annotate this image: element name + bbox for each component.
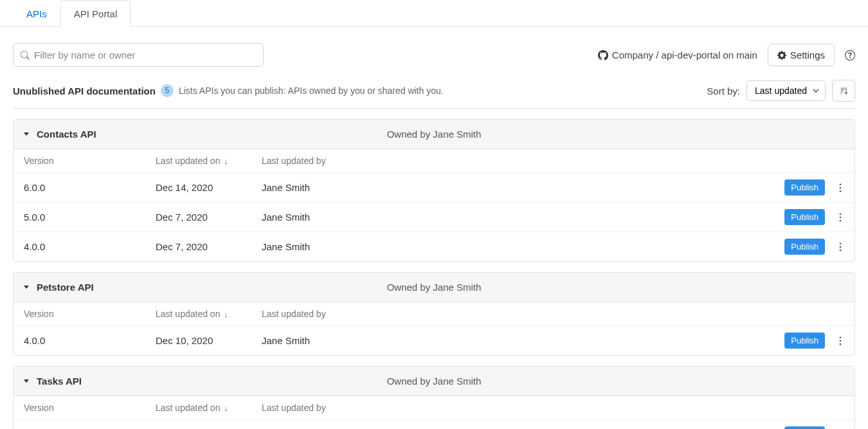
more-actions-button[interactable] [836, 210, 844, 224]
svg-point-10 [840, 340, 842, 342]
cell-updated-by: Jane Smith [262, 182, 761, 193]
toolbar-right: Company / api-dev-portal on main Setting… [598, 44, 855, 66]
cell-updated-on: Dec 7, 2020 [156, 212, 262, 223]
group-header[interactable]: Petstore APIOwned by Jane Smith [14, 273, 854, 302]
cell-updated-on: Dec 14, 2020 [156, 182, 262, 193]
more-actions-button[interactable] [836, 334, 844, 348]
sort-direction-button[interactable] [832, 80, 855, 102]
table-header: VersionLast updated on ↓Last updated by [14, 149, 854, 173]
arrow-down-icon: ↓ [224, 156, 228, 166]
more-vertical-icon [839, 336, 842, 345]
cell-version: 6.0.0 [24, 182, 156, 193]
svg-point-9 [840, 336, 842, 338]
group-owner: Owned by Jane Smith [387, 282, 482, 293]
svg-point-5 [840, 219, 842, 221]
tab-bar: APIs API Portal [0, 0, 868, 27]
filter-wrap [13, 43, 264, 67]
repo-text: Company / api-dev-portal on main [612, 50, 757, 60]
toolbar: Company / api-dev-portal on main Setting… [13, 43, 855, 67]
sort-select[interactable]: Last updated [746, 80, 826, 101]
svg-point-8 [840, 249, 842, 251]
col-header-updated-on[interactable]: Last updated on ↓ [156, 309, 262, 319]
cell-updated-by: Jane Smith [262, 212, 761, 223]
arrow-down-icon: ↓ [224, 309, 228, 319]
svg-point-11 [840, 343, 842, 345]
publish-button[interactable]: Publish [784, 239, 825, 255]
caret-down-icon [24, 132, 29, 136]
sort-descending-icon [839, 86, 848, 95]
col-header-updated-by[interactable]: Last updated by [262, 156, 761, 166]
section-right: Sort by: Last updated [707, 80, 855, 102]
cell-version: 5.0.0 [24, 212, 156, 223]
col-header-updated-by[interactable]: Last updated by [262, 403, 761, 413]
publish-button[interactable]: Publish [784, 209, 825, 225]
section-left: Unublished API documentation 5 Lists API… [13, 84, 444, 97]
table-header: VersionLast updated on ↓Last updated by [14, 396, 854, 420]
table-row: 4.0.0Dec 7, 2020Jane SmithPublish [14, 232, 854, 261]
group-owner: Owned by Jane Smith [387, 376, 482, 387]
sort-select-wrap: Last updated [746, 80, 826, 101]
group-name: Petstore API [37, 282, 94, 293]
settings-label: Settings [790, 50, 825, 60]
group-header[interactable]: Contacts APIOwned by Jane Smith [14, 120, 854, 149]
publish-button[interactable]: Publish [784, 426, 825, 429]
svg-point-2 [840, 190, 842, 192]
col-header-version[interactable]: Version [24, 403, 156, 413]
col-header-updated-by[interactable]: Last updated by [262, 309, 761, 319]
table-header: VersionLast updated on ↓Last updated by [14, 302, 854, 326]
cell-updated-by: Jane Smith [262, 241, 761, 252]
svg-point-1 [840, 187, 842, 188]
tab-api-portal[interactable]: API Portal [60, 0, 131, 27]
arrow-down-icon: ↓ [224, 403, 228, 413]
col-header-version[interactable]: Version [24, 309, 156, 319]
section-header: Unublished API documentation 5 Lists API… [13, 80, 855, 109]
svg-point-0 [840, 183, 842, 185]
publish-button[interactable]: Publish [784, 333, 825, 349]
table-row: 6.0.0Dec 14, 2020Jane SmithPublish [14, 173, 854, 203]
sort-label: Sort by: [707, 86, 740, 96]
table-row: 4.0.0Dec 8, 2020Jane SmithPublish [14, 420, 854, 429]
tab-apis[interactable]: APIs [13, 0, 60, 27]
caret-down-icon [24, 286, 29, 289]
count-badge: 5 [161, 84, 174, 97]
table-row: 4.0.0Dec 10, 2020Jane SmithPublish [14, 326, 854, 355]
table-row: 5.0.0Dec 7, 2020Jane SmithPublish [14, 203, 854, 232]
svg-point-7 [840, 246, 842, 248]
cell-updated-by: Jane Smith [262, 335, 761, 346]
col-header-updated-on[interactable]: Last updated on ↓ [156, 156, 262, 166]
filter-input[interactable] [13, 43, 264, 67]
repo-info: Company / api-dev-portal on main [598, 50, 757, 60]
api-group: Tasks APIOwned by Jane SmithVersionLast … [13, 366, 855, 429]
svg-point-6 [840, 242, 842, 244]
github-icon [598, 50, 608, 60]
more-vertical-icon [839, 183, 842, 192]
group-header[interactable]: Tasks APIOwned by Jane Smith [14, 367, 854, 396]
svg-point-3 [840, 213, 842, 215]
col-header-version[interactable]: Version [24, 156, 156, 166]
api-group: Contacts APIOwned by Jane SmithVersionLa… [13, 119, 855, 262]
section-title: Unublished API documentation [13, 86, 156, 96]
cell-version: 4.0.0 [24, 241, 156, 252]
help-icon[interactable] [845, 50, 855, 60]
more-vertical-icon [839, 242, 842, 251]
section-description: Lists APIs you can publish: APIs owned b… [179, 86, 444, 96]
api-group: Petstore APIOwned by Jane SmithVersionLa… [13, 272, 855, 356]
more-actions-button[interactable] [836, 240, 844, 254]
group-name: Contacts API [37, 129, 96, 140]
group-owner: Owned by Jane Smith [387, 129, 482, 140]
cell-updated-on: Dec 7, 2020 [156, 241, 262, 252]
col-header-updated-on[interactable]: Last updated on ↓ [156, 403, 262, 413]
more-actions-button[interactable] [836, 181, 844, 195]
more-vertical-icon [839, 213, 842, 222]
caret-down-icon [24, 379, 29, 383]
settings-button[interactable]: Settings [768, 44, 835, 66]
cell-version: 4.0.0 [24, 335, 156, 346]
svg-point-4 [840, 216, 842, 218]
group-name: Tasks API [37, 376, 82, 387]
publish-button[interactable]: Publish [784, 179, 825, 196]
cell-updated-on: Dec 10, 2020 [156, 335, 262, 346]
gear-icon [777, 51, 786, 60]
